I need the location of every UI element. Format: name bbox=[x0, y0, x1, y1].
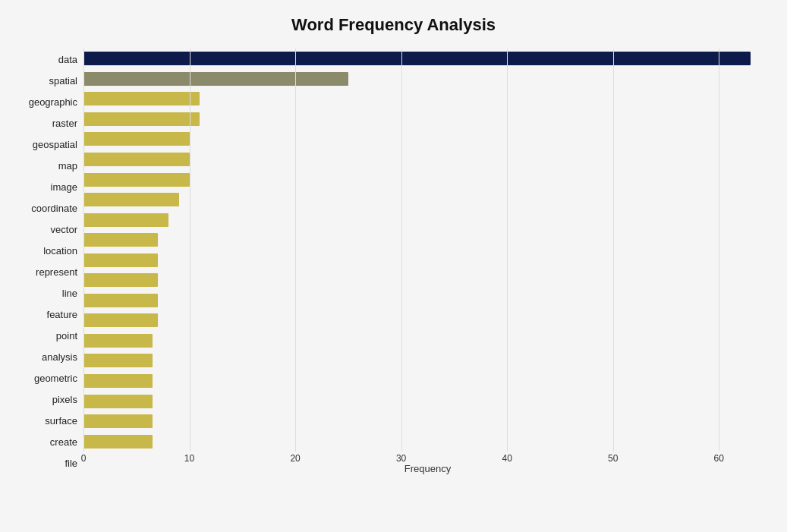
y-label: vector bbox=[51, 220, 77, 238]
chart-title: Word Frequency Analysis bbox=[15, 15, 772, 35]
grid-lines bbox=[83, 49, 772, 452]
y-label: pixels bbox=[52, 391, 77, 409]
chart-area: dataspatialgeographicrastergeospatialmap… bbox=[15, 49, 772, 474]
y-label: spatial bbox=[49, 71, 77, 90]
y-label: geospatial bbox=[33, 135, 77, 153]
x-tick-label: 10 bbox=[184, 453, 194, 464]
grid-line bbox=[295, 49, 296, 452]
y-label: surface bbox=[45, 412, 77, 430]
y-label: geometric bbox=[34, 370, 77, 388]
y-label: geographic bbox=[29, 93, 77, 111]
grid-line bbox=[190, 49, 190, 452]
x-tick-label: 60 bbox=[714, 453, 724, 464]
x-tick-label: 0 bbox=[81, 453, 87, 464]
y-labels: dataspatialgeographicrastergeospatialmap… bbox=[15, 49, 83, 474]
x-axis: Frequency 0102030405060 bbox=[83, 452, 772, 474]
grid-line bbox=[613, 49, 614, 452]
grid-line bbox=[401, 49, 402, 452]
y-label: analysis bbox=[42, 348, 77, 367]
y-label: feature bbox=[47, 306, 77, 324]
y-label: line bbox=[62, 285, 77, 303]
grid-line bbox=[719, 49, 719, 452]
x-tick-label: 20 bbox=[290, 453, 300, 464]
y-label: represent bbox=[36, 263, 77, 281]
x-tick-label: 50 bbox=[608, 453, 618, 464]
y-label: file bbox=[65, 455, 77, 473]
x-axis-label: Frequency bbox=[83, 463, 772, 474]
y-label: coordinate bbox=[31, 199, 77, 217]
y-label: point bbox=[56, 327, 77, 345]
y-label: data bbox=[58, 50, 77, 68]
y-label: raster bbox=[52, 114, 77, 132]
chart-container: Word Frequency Analysis dataspatialgeogr… bbox=[0, 0, 787, 532]
x-tick-label: 40 bbox=[502, 453, 512, 464]
y-label: create bbox=[50, 433, 77, 452]
y-label: image bbox=[51, 178, 77, 196]
y-label: map bbox=[58, 156, 77, 175]
y-label: location bbox=[43, 241, 77, 260]
x-tick-label: 30 bbox=[396, 453, 406, 464]
grid-line bbox=[507, 49, 508, 452]
grid-line bbox=[83, 49, 84, 452]
bars-and-grid: Frequency 0102030405060 bbox=[83, 49, 772, 474]
